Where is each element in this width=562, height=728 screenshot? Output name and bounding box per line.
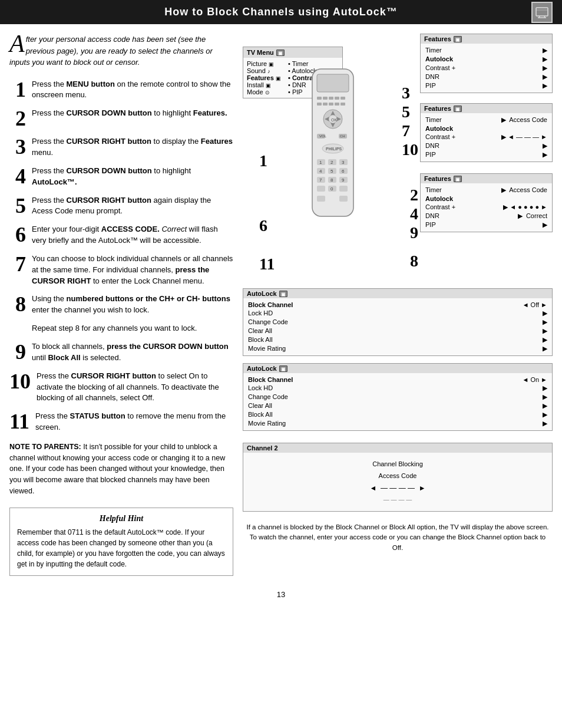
step-1: 1 Press the MENU button on the remote co… (9, 79, 233, 101)
svg-rect-53 (339, 196, 348, 202)
fp1-dnr-right: ▶ (467, 73, 547, 81)
step-4: 4 Press the CURSOR DOWN button to highli… (9, 166, 233, 188)
al1-movie-rating-right: ▶ (289, 345, 547, 353)
note-section: NOTE TO PARENTS: It isn't possible for y… (9, 442, 233, 497)
hint-box: Helpful Hint Remember that 0711 is the d… (9, 508, 233, 576)
svg-rect-9 (329, 97, 333, 100)
fp1-pip-right: ▶ (467, 82, 547, 90)
fp1-autolock-label: Autolock (425, 55, 467, 63)
fp3-pip-label: PIP (425, 221, 467, 229)
al2-row-clear-all: Clear All▶ (248, 401, 547, 410)
svg-rect-11 (340, 97, 345, 100)
svg-text:1: 1 (319, 160, 322, 165)
hint-text: Remember that 0711 is the default AutoLo… (17, 527, 226, 569)
features-panel-2-title: Features ▣ (421, 104, 552, 113)
step-3-text: Press the CURSOR RIGHT button to display… (32, 136, 233, 159)
drop-cap: A (9, 31, 25, 56)
al2-change-code-label: Change Code (248, 393, 289, 401)
step-1-text: Press the MENU button on the remote cont… (32, 79, 233, 101)
step-10: 10 Press the CURSOR RIGHT button to sele… (9, 371, 233, 404)
fp2-row-dnr: DNR▶ (425, 141, 547, 150)
fp2-autolock-right (467, 125, 547, 132)
step-9-number: 9 (9, 341, 26, 363)
autolock-panel-1-icon: ▣ (279, 291, 287, 297)
svg-text:9: 9 (342, 177, 345, 183)
al1-row-block-all: Block All▶ (248, 335, 547, 344)
step-overlay-1: 1 (259, 151, 267, 170)
channel-2-panel: Channel 2 Channel Blocking Access Code ◄… (243, 443, 553, 512)
fp3-pip-right: ▶ (467, 221, 547, 229)
fp2-pip-right: ▶ (467, 151, 547, 159)
step-8: 8 Using the numbered buttons or the CH+ … (9, 294, 233, 316)
steps-list: 1 Press the MENU button on the remote co… (9, 79, 233, 317)
al2-change-code-right: ▶ (289, 393, 547, 401)
fp3-contrast-label: Contrast + (425, 203, 467, 211)
fp3-autolock-label: Autolock (425, 195, 467, 202)
step-11: 11 Press the STATUS button to remove the… (9, 411, 233, 433)
features-panel-3-icon: ▣ (454, 176, 462, 182)
tv-menu-icon: ▣ (276, 50, 285, 56)
steps-continued: 9 To block all channels, press the CURSO… (9, 341, 233, 433)
step-6-number: 6 (9, 224, 26, 245)
al2-lock-hd-label: Lock HD (248, 384, 289, 392)
svg-rect-6 (317, 74, 349, 92)
autolock-panel-1-title: AutoLock ▣ (243, 289, 552, 298)
intro-text: A fter your personal access code has bee… (9, 34, 233, 68)
fp2-row-timer: Timer▶ Access Code (425, 116, 547, 124)
svg-rect-12 (317, 103, 322, 106)
access-code-label: Access Code (249, 470, 546, 482)
channel-2-body: Channel Blocking Access Code ◄ — — — — ►… (243, 453, 552, 511)
autolock-panel-2-icon: ▣ (279, 365, 287, 372)
al1-change-code-label: Change Code (248, 318, 289, 326)
remote-control-image: OK VOL CH PHILIPS (306, 66, 383, 261)
step-4-number: 4 (9, 166, 26, 187)
step-9-text: To block all channels, press the CURSOR … (32, 341, 233, 364)
autolock-panel-1-body: Block Channel ◄ Off ► Lock HD▶ Change Co… (243, 298, 552, 355)
svg-rect-14 (329, 103, 333, 106)
al2-block-all-right: ▶ (289, 411, 547, 419)
svg-rect-7 (317, 97, 322, 100)
step-4-text: Press the CURSOR DOWN button to highligh… (32, 166, 233, 188)
step-6: 6 Enter your four-digit ACCESS CODE. Cor… (9, 224, 233, 246)
fp3-dnr-label: DNR (425, 212, 467, 220)
fp1-autolock-right: ▶ (467, 55, 547, 63)
channel-blocking-label: Channel Blocking (249, 459, 546, 470)
fp3-dnr-right: ▶ Correct (467, 212, 547, 220)
fp1-row-dnr: DNR▶ (425, 73, 547, 81)
al1-block-channel-label: Block Channel (248, 301, 293, 308)
tv-menu-mode-label: Mode ⊙ (247, 88, 282, 95)
al2-movie-rating-label: Movie Rating (248, 420, 289, 427)
fp2-dnr-label: DNR (425, 142, 467, 150)
features-panel-1-title: Features ▣ (421, 34, 552, 44)
step-overlay-8: 8 (410, 252, 418, 271)
autolock-panel-1: AutoLock ▣ Block Channel ◄ Off ► Lock HD… (243, 288, 553, 356)
al1-row-lock-hd: Lock HD▶ (248, 309, 547, 318)
al1-row-change-code: Change Code▶ (248, 318, 547, 327)
tv-menu-picture-items: • Timer (288, 60, 308, 67)
tv-menu-install-items: • DNR (288, 81, 306, 88)
step-7-number: 7 (9, 253, 26, 275)
svg-text:7: 7 (319, 177, 322, 183)
page-title: How to Block Channels using AutoLock™ (164, 6, 397, 18)
page-content: A fter your personal access code has bee… (0, 24, 562, 585)
fp1-timer-right: ▶ (467, 47, 547, 54)
step-2-text: Press the CURSOR DOWN button to highligh… (32, 108, 233, 119)
svg-text:6: 6 (342, 169, 345, 174)
diagram-area: TV Menu ▣ Picture ▣ • Timer Sound ♪ • Au… (243, 34, 553, 281)
svg-rect-0 (536, 8, 548, 16)
fp3-row-pip: PIP▶ (425, 220, 547, 229)
fp2-contrast-label: Contrast + (425, 133, 467, 141)
al2-row-change-code: Change Code▶ (248, 393, 547, 401)
svg-text:CH: CH (340, 134, 345, 138)
al1-lock-hd-label: Lock HD (248, 309, 289, 317)
fp3-row-contrast: Contrast +▶ ◄ ● ● ● ● ► (425, 203, 547, 212)
svg-rect-41 (339, 186, 348, 192)
fp1-contrast-label: Contrast + (425, 64, 467, 72)
svg-text:5: 5 (330, 169, 333, 174)
step-3: 3 Press the CURSOR RIGHT button to displ… (9, 136, 233, 159)
svg-text:8: 8 (330, 177, 333, 183)
step-2: 2 Press the CURSOR DOWN button to highli… (9, 108, 233, 129)
fp2-autolock-label: Autolock (425, 125, 467, 132)
features-panel-1-icon: ▣ (454, 36, 462, 42)
hint-title: Helpful Hint (17, 514, 226, 523)
